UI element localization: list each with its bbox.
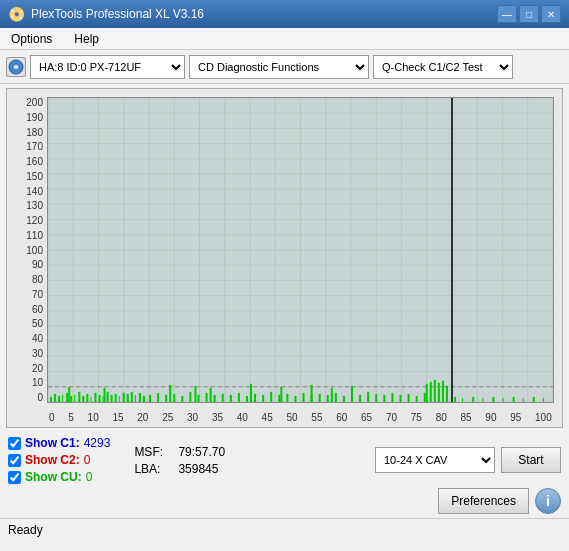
svg-rect-113 bbox=[399, 395, 401, 402]
svg-rect-53 bbox=[70, 396, 72, 402]
svg-rect-118 bbox=[430, 382, 432, 402]
svg-rect-122 bbox=[446, 386, 448, 402]
svg-rect-70 bbox=[139, 393, 141, 402]
svg-rect-50 bbox=[58, 396, 60, 402]
svg-rect-110 bbox=[375, 394, 377, 402]
menu-options[interactable]: Options bbox=[4, 29, 59, 49]
svg-rect-52 bbox=[66, 393, 68, 402]
svg-rect-101 bbox=[303, 393, 305, 402]
svg-point-2 bbox=[15, 66, 17, 68]
svg-rect-126 bbox=[482, 398, 483, 402]
svg-rect-112 bbox=[391, 393, 393, 402]
svg-rect-114 bbox=[408, 394, 410, 402]
right-controls: 10-24 X CAV Start bbox=[375, 447, 561, 473]
status-bar: Ready bbox=[0, 518, 569, 540]
drive-select[interactable]: HA:8 ID:0 PX-712UF bbox=[30, 55, 185, 79]
svg-rect-95 bbox=[254, 394, 256, 402]
svg-rect-131 bbox=[533, 397, 535, 402]
svg-rect-119 bbox=[434, 380, 436, 402]
svg-rect-107 bbox=[351, 394, 353, 402]
svg-rect-73 bbox=[104, 388, 106, 402]
svg-rect-48 bbox=[50, 397, 52, 402]
svg-rect-96 bbox=[262, 395, 264, 402]
svg-rect-116 bbox=[424, 393, 426, 402]
svg-rect-120 bbox=[438, 383, 440, 402]
info-button[interactable]: i bbox=[535, 488, 561, 514]
show-c1-checkbox[interactable] bbox=[8, 437, 21, 450]
chart-area: 200 190 180 170 160 150 140 130 120 110 … bbox=[6, 88, 563, 428]
svg-rect-124 bbox=[462, 398, 463, 402]
svg-rect-67 bbox=[127, 394, 129, 402]
svg-rect-51 bbox=[62, 395, 63, 402]
show-c2-row: Show C2: 0 bbox=[8, 453, 110, 467]
svg-rect-99 bbox=[286, 394, 288, 402]
svg-rect-55 bbox=[78, 392, 80, 402]
svg-rect-56 bbox=[82, 396, 84, 402]
svg-rect-125 bbox=[472, 397, 474, 402]
svg-rect-94 bbox=[246, 396, 248, 402]
svg-rect-129 bbox=[513, 397, 515, 402]
chart-inner bbox=[47, 97, 554, 403]
svg-rect-102 bbox=[311, 395, 313, 402]
svg-rect-71 bbox=[143, 396, 145, 402]
start-button[interactable]: Start bbox=[501, 447, 561, 473]
svg-rect-78 bbox=[280, 387, 282, 402]
show-c2-checkbox[interactable] bbox=[8, 454, 21, 467]
svg-rect-82 bbox=[149, 395, 151, 402]
show-c1-row: Show C1: 4293 bbox=[8, 436, 110, 450]
svg-rect-54 bbox=[74, 395, 75, 402]
svg-rect-83 bbox=[157, 393, 159, 402]
svg-rect-64 bbox=[115, 394, 117, 402]
svg-rect-84 bbox=[165, 395, 167, 402]
x-axis: 0 5 10 15 20 25 30 35 40 45 50 55 60 65 … bbox=[47, 412, 554, 423]
svg-rect-89 bbox=[206, 393, 208, 402]
svg-rect-65 bbox=[119, 396, 120, 402]
show-cu-checkbox[interactable] bbox=[8, 471, 21, 484]
svg-rect-49 bbox=[54, 394, 56, 402]
speed-select[interactable]: 10-24 X CAV bbox=[375, 447, 495, 473]
toolbar: HA:8 ID:0 PX-712UF CD Diagnostic Functio… bbox=[0, 50, 569, 84]
svg-rect-106 bbox=[343, 396, 345, 402]
c1-value: 4293 bbox=[84, 436, 111, 450]
show-cu-label: Show CU: bbox=[25, 470, 82, 484]
svg-rect-123 bbox=[454, 397, 456, 402]
svg-rect-75 bbox=[194, 386, 196, 402]
app-icon: 📀 bbox=[8, 6, 25, 22]
svg-rect-91 bbox=[222, 394, 224, 402]
lba-value: 359845 bbox=[178, 462, 218, 476]
svg-rect-58 bbox=[90, 397, 91, 402]
svg-rect-76 bbox=[210, 388, 212, 402]
preferences-button[interactable]: Preferences bbox=[438, 488, 529, 514]
svg-rect-72 bbox=[68, 387, 70, 402]
svg-rect-68 bbox=[131, 392, 133, 402]
svg-rect-111 bbox=[383, 395, 385, 402]
show-c1-label: Show C1: bbox=[25, 436, 80, 450]
msf-row: MSF: 79:57.70 bbox=[134, 445, 225, 459]
test-select[interactable]: Q-Check C1/C2 Test bbox=[373, 55, 513, 79]
window-title: PlexTools Professional XL V3.16 bbox=[31, 7, 204, 21]
svg-rect-93 bbox=[238, 393, 240, 402]
svg-rect-105 bbox=[335, 393, 337, 402]
svg-rect-85 bbox=[173, 394, 175, 402]
close-button[interactable]: ✕ bbox=[541, 5, 561, 23]
svg-rect-86 bbox=[181, 396, 183, 402]
svg-rect-92 bbox=[230, 395, 232, 402]
svg-rect-104 bbox=[327, 395, 329, 402]
svg-rect-98 bbox=[278, 395, 280, 402]
function-select[interactable]: CD Diagnostic Functions bbox=[189, 55, 369, 79]
msf-lba-column: MSF: 79:57.70 LBA: 359845 bbox=[134, 445, 225, 476]
svg-rect-62 bbox=[107, 392, 109, 402]
lba-row: LBA: 359845 bbox=[134, 462, 225, 476]
bottom-controls: Show C1: 4293 Show C2: 0 Show CU: 0 MSF:… bbox=[0, 432, 569, 488]
menu-help[interactable]: Help bbox=[67, 29, 106, 49]
minimize-button[interactable]: — bbox=[497, 5, 517, 23]
msf-label: MSF: bbox=[134, 445, 174, 459]
drive-icon bbox=[6, 57, 26, 77]
svg-rect-61 bbox=[103, 396, 104, 402]
show-c2-label: Show C2: bbox=[25, 453, 80, 467]
svg-rect-121 bbox=[442, 381, 444, 402]
svg-rect-97 bbox=[270, 392, 272, 402]
svg-rect-130 bbox=[523, 398, 524, 402]
maximize-button[interactable]: □ bbox=[519, 5, 539, 23]
msf-value: 79:57.70 bbox=[178, 445, 225, 459]
